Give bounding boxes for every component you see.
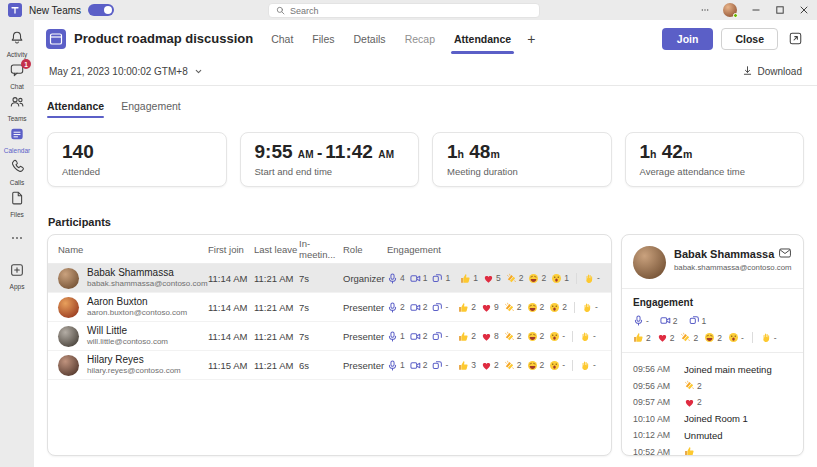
search-icon [276, 6, 285, 15]
mic-icon [387, 360, 398, 371]
main-panel: Product roadmap discussion Chat Files De… [34, 20, 817, 467]
sidebar-item-files[interactable]: Files [0, 189, 34, 219]
rooms-icon [432, 360, 443, 371]
applause-emoji [680, 332, 691, 343]
tab-chat[interactable]: Chat [271, 21, 293, 57]
ellipsis-icon [9, 230, 25, 250]
laugh-emoji [527, 360, 538, 371]
applause-emoji [504, 331, 515, 342]
tab-recap[interactable]: Recap [405, 21, 435, 57]
avatar [58, 268, 79, 289]
email-icon[interactable] [778, 246, 792, 260]
detail-name: Babak Shammassa [674, 248, 770, 260]
sidebar-item-teams[interactable]: Teams [0, 93, 34, 123]
table-row[interactable]: Babak Shammassababak.shammassa@contoso.c… [48, 264, 611, 293]
sidebar-item-apps[interactable]: Apps [0, 261, 34, 291]
rooms-icon [432, 302, 443, 313]
surprised-emoji [549, 360, 560, 371]
divider [572, 360, 573, 371]
heart-emoji [481, 360, 492, 371]
heart-emoji [483, 273, 494, 284]
raised-hand-emoji [582, 302, 593, 313]
like-emoji [460, 273, 471, 284]
laugh-emoji [704, 332, 715, 343]
divider [572, 331, 573, 342]
maximize-button[interactable] [774, 5, 785, 16]
new-teams-label: New Teams [29, 5, 81, 16]
tab-details[interactable]: Details [354, 21, 386, 57]
raised-hand-emoji [580, 360, 591, 371]
teams-logo-icon [8, 3, 22, 17]
report-tabs: Attendance Engagement [47, 100, 181, 118]
applause-emoji [506, 273, 517, 284]
camera-icon [410, 302, 421, 313]
summary-card-duration: 1h 48m Meeting duration [432, 132, 612, 187]
report-tab-engagement[interactable]: Engagement [121, 100, 181, 118]
chat-badge: 1 [21, 59, 31, 69]
surprised-emoji [728, 332, 739, 343]
timeline-item: 10:12 AM Unmuted [633, 427, 792, 444]
table-row[interactable]: Hilary Reyeshilary.reyes@contoso.com 11:… [48, 351, 611, 380]
participants-heading: Participants [48, 216, 111, 228]
mic-icon [387, 273, 398, 284]
user-avatar[interactable] [723, 3, 737, 17]
engagement-heading: Engagement [633, 297, 792, 308]
sidebar-item-calls[interactable]: Calls [0, 157, 34, 187]
surprised-emoji [551, 273, 562, 284]
minimize-button[interactable] [750, 5, 761, 16]
report-tab-attendance[interactable]: Attendance [47, 100, 104, 118]
sidebar-item-activity[interactable]: Activity [0, 29, 34, 59]
like-emoji [458, 360, 469, 371]
table-header: Name First join Last leave In-meetin... … [48, 235, 611, 264]
avatar [58, 297, 79, 318]
surprised-emoji [549, 302, 560, 313]
heart-emoji [657, 332, 668, 343]
divider [622, 288, 803, 289]
table-row[interactable]: Will Littlewill.little@contoso.com 11:14… [48, 322, 611, 351]
raised-hand-emoji [761, 332, 772, 343]
tab-files[interactable]: Files [312, 21, 334, 57]
tab-attendance[interactable]: Attendance [454, 21, 511, 57]
meeting-date: May 21, 2023 10:00:02 GTM+8 [49, 66, 188, 77]
titlebar-more-button[interactable] [699, 5, 710, 16]
sidebar-more-button[interactable] [0, 229, 34, 251]
surprised-emoji [549, 331, 560, 342]
toggle-knob [104, 6, 112, 14]
add-tab-button[interactable]: + [527, 31, 535, 47]
mic-icon [387, 331, 398, 342]
camera-icon [410, 360, 421, 371]
search-input[interactable] [290, 6, 532, 16]
table-row[interactable]: Aaron Buxtonaaron.buxton@contoso.com 11:… [48, 293, 611, 322]
popout-icon[interactable] [788, 31, 803, 46]
timeline-item: 10:52 AM [633, 444, 792, 457]
app-sidebar: Activity 1 Chat Teams Calendar Calls Fil… [0, 20, 34, 467]
timeline-item: 09:57 AM 2 [633, 394, 792, 411]
divider [576, 273, 577, 284]
chevron-down-icon [194, 62, 203, 80]
camera-icon [410, 273, 421, 284]
avatar [633, 246, 666, 279]
meeting-tabs: Chat Files Details Recap Attendance [271, 21, 511, 57]
like-emoji [458, 302, 469, 313]
download-button[interactable]: Download [742, 62, 802, 80]
timeline-item: 09:56 AM 2 [633, 378, 792, 395]
download-icon [742, 62, 753, 80]
camera-icon [660, 315, 671, 326]
divider [752, 332, 753, 343]
close-window-button[interactable] [798, 5, 809, 16]
rooms-icon [432, 273, 443, 284]
applause-emoji [684, 380, 695, 391]
raised-hand-emoji [580, 331, 591, 342]
participants-table: Name First join Last leave In-meetin... … [47, 234, 612, 456]
close-button[interactable]: Close [721, 28, 778, 50]
join-button[interactable]: Join [662, 28, 714, 50]
date-selector[interactable]: May 21, 2023 10:00:02 GTM+8 [49, 62, 203, 80]
sidebar-item-chat[interactable]: 1 Chat [0, 61, 34, 91]
laugh-emoji [527, 302, 538, 313]
sidebar-item-calendar[interactable]: Calendar [0, 125, 34, 155]
people-icon [9, 94, 25, 114]
rooms-icon [689, 315, 700, 326]
new-teams-toggle[interactable] [88, 4, 114, 16]
search-box[interactable] [268, 3, 540, 18]
heart-emoji [481, 302, 492, 313]
